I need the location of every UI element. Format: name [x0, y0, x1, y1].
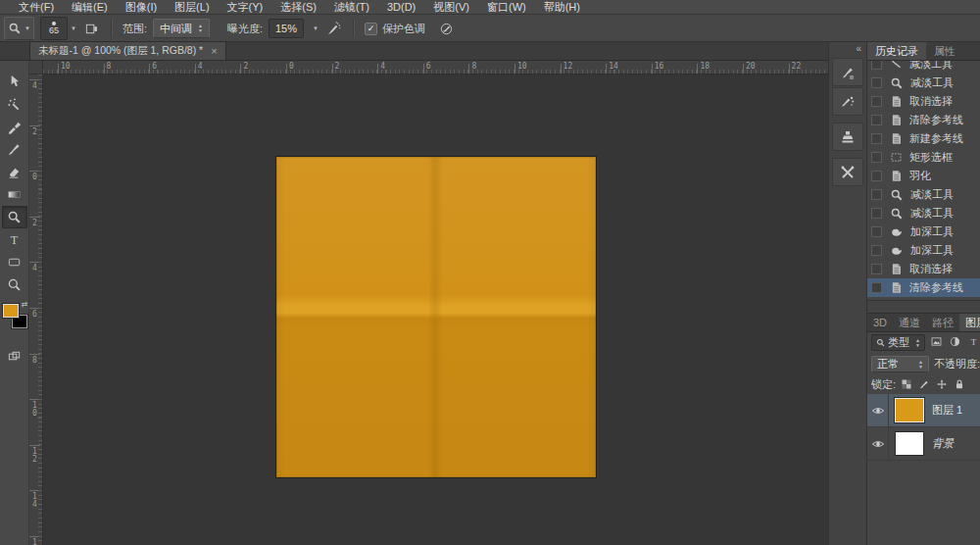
lock-all-button[interactable]	[954, 378, 965, 392]
screen-mode-button[interactable]	[2, 345, 27, 368]
history-source-well[interactable]	[871, 96, 882, 107]
tab-3D[interactable]: 3D	[867, 314, 893, 331]
document-tab[interactable]: 未标题-1 @ 100% (图层 1, RGB/8) * ×	[29, 41, 226, 60]
history-step[interactable]: 新建参考线	[867, 129, 980, 148]
brush-panel-icon	[840, 65, 856, 80]
dropdown-arrow-icon[interactable]: ▼	[313, 25, 318, 31]
vertical-ruler[interactable]: 420246810121416	[29, 74, 43, 545]
menu-item[interactable]: 帮助(H)	[535, 0, 589, 15]
menu-item[interactable]: 视图(V)	[424, 0, 478, 15]
airbrush-toggle[interactable]	[324, 18, 343, 39]
history-source-well[interactable]	[871, 133, 882, 144]
separator	[111, 20, 113, 37]
history-step[interactable]: 清除参考线	[867, 111, 980, 129]
eraser-tool[interactable]	[2, 161, 27, 183]
menu-item[interactable]: 图像(I)	[117, 0, 166, 15]
dodge-tool[interactable]	[2, 206, 27, 228]
move-tool[interactable]	[2, 71, 27, 93]
clone-source-panel-button[interactable]	[832, 123, 863, 151]
history-step[interactable]: 清除参考线	[867, 278, 980, 297]
lock-transparency-button[interactable]	[901, 378, 912, 392]
type-tool[interactable]: T	[2, 228, 27, 251]
layer-visibility-toggle[interactable]	[867, 394, 889, 426]
history-step[interactable]: 减淡工具	[867, 204, 980, 223]
dodge-tool-icon	[890, 76, 904, 90]
layer-thumbnail[interactable]	[895, 431, 924, 456]
type-filter-button[interactable]: T	[967, 335, 980, 350]
lock-paint-button[interactable]	[918, 378, 930, 392]
brush-tool[interactable]	[2, 138, 27, 161]
swap-colors-icon[interactable]: ⇄	[22, 300, 28, 309]
layer-filter-select[interactable]: 类型 ▲▼	[871, 334, 925, 351]
tab-路径[interactable]: 路径	[926, 314, 959, 331]
history-step[interactable]: 加深工具	[867, 241, 980, 260]
foreground-color-swatch[interactable]	[3, 304, 19, 318]
layer-row[interactable]: 图层 1	[867, 394, 980, 427]
dodge-tool-icon	[8, 22, 22, 35]
history-source-well[interactable]	[871, 282, 882, 293]
layer-visibility-toggle[interactable]	[867, 427, 889, 460]
history-source-well[interactable]	[871, 171, 882, 181]
blend-mode-select[interactable]: 正常 ▲▼	[871, 356, 929, 372]
lock-transparency-icon	[901, 378, 912, 390]
exposure-input[interactable]: 15%	[269, 19, 304, 38]
history-step[interactable]: 减淡工具	[867, 185, 980, 204]
tab-图层[interactable]: 图层	[959, 314, 980, 331]
magic-wand-tool[interactable]	[2, 93, 27, 116]
history-source-well[interactable]	[871, 208, 882, 219]
menu-item[interactable]: 选择(S)	[271, 0, 325, 15]
history-source-well[interactable]	[871, 226, 882, 237]
history-source-well[interactable]	[871, 189, 882, 200]
history-step[interactable]: 减淡工具	[867, 74, 980, 92]
tool-preset-picker[interactable]: ▼	[4, 17, 34, 40]
layer-row[interactable]: 背景	[867, 427, 980, 461]
pressure-toggle[interactable]	[437, 18, 456, 39]
menu-item[interactable]: 窗口(W)	[478, 0, 535, 15]
brush-size-picker[interactable]: 65	[40, 17, 68, 40]
history-step[interactable]: 矩形选框	[867, 148, 980, 167]
history-source-well[interactable]	[871, 264, 882, 274]
range-select[interactable]: 中间调 ▲▼	[153, 19, 210, 38]
menu-item[interactable]: 文件(F)	[10, 0, 63, 15]
document-canvas[interactable]	[276, 157, 596, 477]
history-step[interactable]: 羽化	[867, 167, 980, 185]
tab-通道[interactable]: 通道	[893, 314, 926, 331]
adjustment-filter-button[interactable]	[949, 335, 961, 350]
gradient-tool[interactable]	[2, 183, 27, 206]
tool-presets-panel-button[interactable]	[832, 158, 863, 186]
canvas-area[interactable]	[43, 74, 828, 545]
menu-item[interactable]: 3D(D)	[378, 0, 424, 15]
menu-item[interactable]: 图层(L)	[166, 0, 218, 15]
history-source-well[interactable]	[871, 245, 882, 256]
ruler-number: 16	[31, 539, 38, 545]
zoom-tool[interactable]	[2, 273, 27, 296]
tab-属性[interactable]: 属性	[926, 42, 963, 60]
horizontal-ruler[interactable]: 1086420246810121416182022	[43, 61, 828, 74]
history-source-well[interactable]	[871, 61, 882, 70]
layer-thumbnail[interactable]	[895, 398, 924, 422]
brush-panel-button[interactable]	[832, 58, 863, 86]
lock-position-button[interactable]	[936, 378, 948, 392]
shape-tool[interactable]	[2, 251, 27, 273]
protect-tones-checkbox[interactable]: ✓	[365, 23, 377, 35]
history-source-well[interactable]	[871, 152, 882, 163]
adjustment-filter-icon	[949, 335, 961, 348]
history-step[interactable]: 取消选择	[867, 260, 980, 278]
history-source-well[interactable]	[871, 77, 882, 88]
brush-presets-panel-button[interactable]	[832, 87, 863, 116]
toggle-brush-panel-button[interactable]	[82, 18, 101, 39]
pixel-filter-button[interactable]	[930, 335, 943, 350]
menu-item[interactable]: 滤镜(T)	[325, 0, 378, 15]
menu-item[interactable]: 文字(Y)	[219, 0, 272, 15]
history-step[interactable]: 加深工具	[867, 223, 980, 241]
history-source-well[interactable]	[871, 115, 882, 125]
history-step[interactable]: 减淡工具	[867, 61, 980, 74]
menu-item[interactable]: 编辑(E)	[63, 0, 117, 15]
history-step[interactable]: 取消选择	[867, 92, 980, 111]
close-tab-icon[interactable]: ×	[211, 45, 217, 57]
eyedropper-tool[interactable]	[2, 116, 27, 138]
filter-type-label: 类型	[888, 335, 909, 350]
tab-历史记录[interactable]: 历史记录	[867, 42, 926, 60]
expand-panels-button[interactable]: «	[829, 42, 866, 57]
dropdown-arrow-icon[interactable]: ▼	[71, 25, 76, 31]
